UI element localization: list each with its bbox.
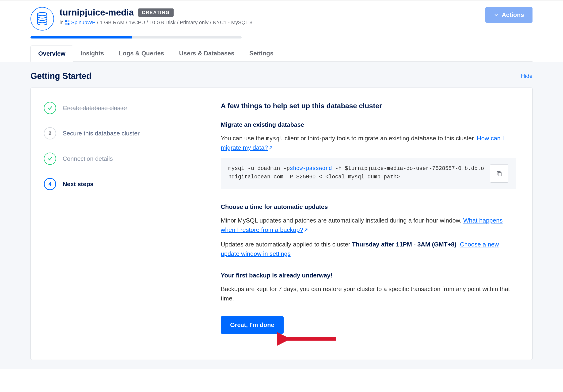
svg-point-0 [38, 13, 47, 16]
annotation-arrow [277, 327, 343, 351]
database-meta: in SpinupWP / 1 GB RAM / 1vCPU / 10 GB D… [60, 19, 252, 26]
step-label: Create database cluster [63, 105, 127, 112]
external-link-icon [304, 225, 308, 229]
check-icon [44, 102, 56, 114]
chevron-down-icon [494, 13, 499, 17]
external-link-icon [269, 143, 273, 147]
project-icon [65, 20, 70, 25]
step-item[interactable]: 2Secure this database cluster [44, 127, 191, 139]
steps-sidebar: Create database cluster2Secure this data… [31, 88, 204, 360]
svg-rect-1 [65, 20, 67, 22]
database-icon [30, 7, 54, 30]
section-title: Getting Started [30, 71, 91, 81]
backup-text: Backups are kept for 7 days, you can res… [221, 284, 516, 303]
step-label: Secure this database cluster [63, 130, 140, 137]
tabs: OverviewInsightsLogs & QueriesUsers & Da… [30, 46, 533, 62]
hide-link[interactable]: Hide [521, 73, 533, 79]
tab-settings[interactable]: Settings [242, 46, 281, 62]
updates-p2: Updates are automatically applied to thi… [221, 240, 516, 259]
step-item[interactable]: 4Next steps [44, 178, 191, 190]
tab-users-databases[interactable]: Users & Databases [171, 46, 242, 62]
step-item[interactable]: Connection details [44, 153, 191, 165]
actions-button[interactable]: Actions [485, 7, 533, 23]
check-icon [44, 153, 56, 165]
copy-button[interactable] [490, 164, 508, 183]
database-title: turnipjuice-media [60, 8, 134, 18]
svg-rect-3 [65, 23, 67, 25]
updates-title: Choose a time for automatic updates [221, 203, 516, 210]
main-content: A few things to help set up this databas… [204, 88, 532, 360]
step-number: 2 [44, 127, 56, 139]
step-item[interactable]: Create database cluster [44, 102, 191, 114]
tab-logs-queries[interactable]: Logs & Queries [111, 46, 171, 62]
show-password-link[interactable]: show-password [290, 166, 332, 171]
backup-title: Your first backup is already underway! [221, 272, 516, 279]
main-heading: A few things to help set up this databas… [221, 102, 516, 110]
migrate-text: You can use the mysql client or third-pa… [221, 133, 516, 153]
step-number: 4 [44, 178, 56, 190]
svg-rect-5 [498, 172, 501, 176]
progress-fill [30, 36, 132, 39]
progress-bar [30, 36, 242, 39]
step-label: Next steps [63, 181, 94, 188]
done-button[interactable]: Great, I'm done [221, 316, 284, 334]
tab-insights[interactable]: Insights [73, 46, 112, 62]
migrate-title: Migrate an existing database [221, 121, 516, 128]
svg-rect-2 [68, 20, 69, 22]
updates-p1: Minor MySQL updates and patches are auto… [221, 216, 516, 235]
svg-rect-4 [68, 23, 69, 25]
step-label: Connection details [63, 155, 113, 162]
tab-overview[interactable]: Overview [30, 46, 73, 62]
status-badge: CREATING [138, 8, 174, 17]
code-block: mysql -u doadmin -pshow-password -h $tur… [221, 158, 516, 189]
copy-icon [496, 170, 502, 177]
project-link[interactable]: SpinupWP [71, 19, 95, 26]
